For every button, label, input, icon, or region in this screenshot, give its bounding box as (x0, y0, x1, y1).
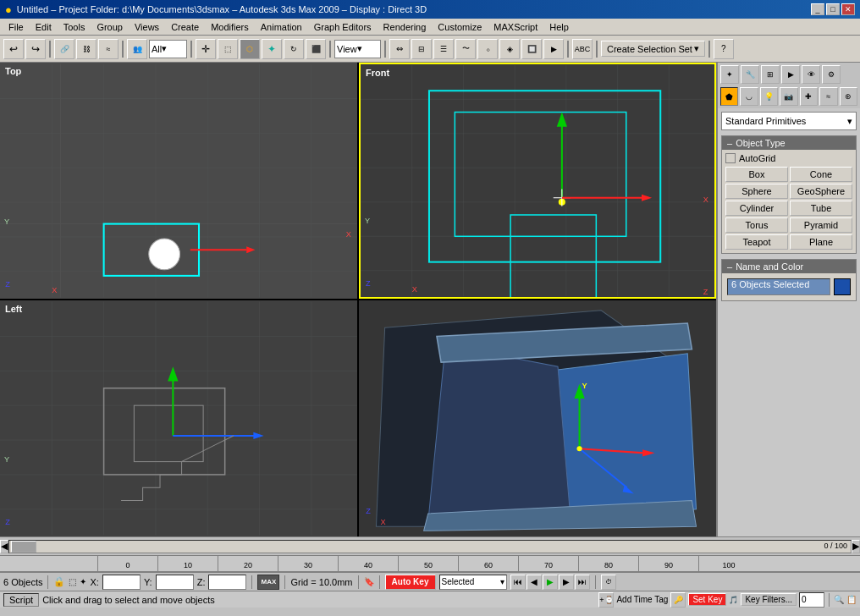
layer-icon-bottom[interactable]: 📋 (846, 595, 857, 604)
motion-icon[interactable]: ▶ (781, 65, 800, 84)
mirror-button[interactable]: ⇔ (389, 39, 410, 59)
help-button[interactable]: ? (714, 39, 734, 59)
pyramid-button[interactable]: Pyramid (790, 217, 852, 233)
close-button[interactable]: ✕ (841, 3, 855, 15)
select-filter-button[interactable]: 👥 (127, 39, 147, 59)
viewport-perspective[interactable]: Y X Z (359, 300, 716, 536)
lights-icon[interactable]: 💡 (760, 87, 778, 106)
time-config-button[interactable]: ⏱ (601, 575, 616, 590)
prev-frame-button[interactable]: ◀ (526, 575, 542, 590)
scale-button[interactable]: ⬛ (306, 39, 326, 59)
cylinder-button[interactable]: Cylinder (725, 201, 788, 216)
menu-group[interactable]: Group (91, 20, 128, 34)
y-input[interactable] (156, 575, 194, 590)
menu-edit[interactable]: Edit (30, 20, 57, 34)
render-setup-button[interactable]: 🔲 (521, 39, 542, 59)
modify-icon[interactable]: 🔧 (741, 65, 759, 84)
autogrid-checkbox[interactable] (725, 153, 736, 163)
material-editor-button[interactable]: ◈ (499, 39, 520, 59)
geosphere-button[interactable]: GeoSphere (790, 184, 852, 199)
z-input[interactable] (208, 575, 246, 590)
unlink-button[interactable]: ⛓ (76, 39, 96, 59)
filter-dropdown[interactable]: All ▾ (149, 40, 187, 58)
goto-end-button[interactable]: ⏭ (575, 575, 590, 590)
key-filters-button[interactable]: Key Filters... (741, 593, 797, 606)
display-icon[interactable]: 👁 (802, 65, 820, 84)
auto-key-button[interactable]: Auto Key (385, 575, 436, 590)
abc-button[interactable]: ABC (572, 39, 593, 59)
status-icon-2[interactable]: ✦ (80, 577, 86, 586)
helpers-icon[interactable]: ✚ (800, 87, 818, 106)
time-tag-icon[interactable]: 🔖 (364, 577, 374, 586)
menu-customize[interactable]: Customize (433, 20, 487, 34)
plane-button[interactable]: Plane (790, 234, 852, 250)
select-lasso-button[interactable]: ⬡ (240, 39, 260, 59)
frame-input[interactable] (799, 592, 824, 608)
set-key-button[interactable]: Set Key (688, 593, 726, 606)
curve-editor-button[interactable]: 〜 (455, 39, 476, 59)
create-icon[interactable]: ✦ (720, 65, 739, 84)
torus-button[interactable]: Torus (725, 217, 788, 233)
view-dropdown[interactable]: View ▾ (334, 40, 381, 58)
render-button[interactable]: ▶ (543, 39, 564, 59)
rotate-button[interactable]: ↻ (284, 39, 304, 59)
menu-modifiers[interactable]: Modifiers (206, 20, 254, 34)
menu-graph-editors[interactable]: Graph Editors (309, 20, 377, 34)
object-name-input[interactable]: 6 Objects Selected (727, 278, 830, 295)
play-button[interactable]: ▶ (543, 575, 558, 590)
align-button[interactable]: ⊟ (411, 39, 432, 59)
cone-button[interactable]: Cone (790, 167, 852, 182)
sphere-button[interactable]: Sphere (725, 184, 788, 199)
minimize-button[interactable]: _ (811, 3, 824, 15)
systems-icon[interactable]: ⊛ (840, 87, 857, 106)
tube-button[interactable]: Tube (790, 201, 852, 216)
timeline-fwd-button[interactable]: ▶ (852, 540, 860, 553)
next-frame-button[interactable]: ▶ (559, 575, 574, 590)
primitives-dropdown[interactable]: Standard Primitives ▾ (721, 112, 857, 130)
select-region-button[interactable]: ⬚ (218, 39, 238, 59)
selected-dropdown[interactable]: Selected ▾ (439, 575, 507, 590)
x-input[interactable] (102, 575, 141, 590)
hierarchy-icon[interactable]: ⊞ (761, 65, 780, 84)
menu-tools[interactable]: Tools (58, 20, 91, 34)
name-color-collapse[interactable]: – (727, 261, 732, 272)
teapot-button[interactable]: Teapot (725, 234, 788, 250)
menu-animation[interactable]: Animation (256, 20, 307, 34)
goto-start-button[interactable]: ⏮ (510, 575, 526, 590)
menu-create[interactable]: Create (166, 20, 204, 34)
spacewarps-icon[interactable]: ≈ (819, 87, 837, 106)
timeline-thumb[interactable] (11, 541, 36, 553)
select-move-button[interactable]: ✦ (262, 39, 282, 59)
geometry-icon[interactable]: ⬟ (720, 87, 738, 106)
menu-rendering[interactable]: Rendering (378, 20, 432, 34)
script-button[interactable]: Script (3, 593, 39, 607)
utilities-icon[interactable]: ⚙ (822, 65, 841, 84)
add-time-tag-button[interactable]: +⌚ (598, 592, 614, 608)
status-icon-1[interactable]: ⬚ (69, 577, 76, 586)
redo-button[interactable]: ↪ (25, 39, 46, 59)
layer-button[interactable]: ☰ (433, 39, 454, 59)
object-type-collapse[interactable]: – (727, 138, 732, 148)
box-button[interactable]: Box (725, 167, 788, 182)
timeline-scrollbar[interactable]: 0 / 100 (8, 540, 852, 553)
viewport-top[interactable]: Top (0, 63, 357, 299)
menu-help[interactable]: Help (544, 20, 574, 34)
shapes-icon[interactable]: ◡ (740, 87, 758, 106)
timeline-back-button[interactable]: ◀ (0, 540, 8, 553)
lock-icon[interactable]: 🔒 (53, 576, 65, 587)
select-object-button[interactable]: ✛ (196, 39, 216, 59)
bind-space-warp-button[interactable]: ≈ (98, 39, 119, 59)
menu-file[interactable]: File (3, 20, 29, 34)
maximize-button[interactable]: □ (826, 3, 840, 15)
zoom-icon[interactable]: 🔍 (834, 595, 844, 604)
cameras-icon[interactable]: 📷 (780, 87, 797, 106)
create-selection-set-button[interactable]: Create Selection Set ▾ (601, 41, 705, 57)
select-link-button[interactable]: 🔗 (54, 39, 74, 59)
viewport-front[interactable]: Front (359, 63, 716, 299)
menu-views[interactable]: Views (130, 20, 164, 34)
undo-button[interactable]: ↩ (3, 39, 24, 59)
viewport-left[interactable]: Left (0, 300, 357, 536)
schematic-button[interactable]: ⬦ (477, 39, 498, 59)
key-icon[interactable]: 🔑 (670, 592, 686, 608)
color-swatch[interactable] (834, 278, 851, 295)
